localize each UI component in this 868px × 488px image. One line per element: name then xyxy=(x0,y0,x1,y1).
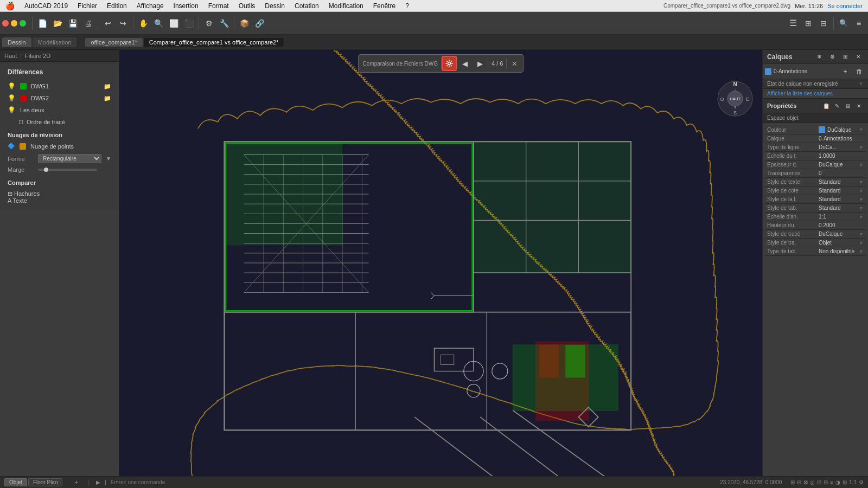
prop-expand-btn[interactable]: ⊞ xyxy=(843,101,853,111)
insert-block-btn[interactable]: 📦 xyxy=(237,16,251,30)
delete-layer-btn[interactable]: 🗑 xyxy=(853,65,866,78)
snap-icon[interactable]: ⊟ xyxy=(797,479,801,485)
dwg1-folder-icon[interactable]: 📁 xyxy=(104,83,111,90)
add-layer-btn[interactable]: + xyxy=(839,65,852,78)
dwg-compare-settings-btn[interactable] xyxy=(442,56,457,71)
menu-insertion[interactable]: Insertion xyxy=(169,1,203,11)
breadcrumb-haut[interactable]: Haut xyxy=(4,53,17,59)
pan-btn[interactable]: ✋ xyxy=(136,16,150,30)
menu-format[interactable]: Format xyxy=(204,1,233,11)
menu-fichier[interactable]: Fichier xyxy=(73,1,101,11)
properties-panel-btn[interactable]: ⊞ xyxy=(801,16,815,30)
bottom-tab-objet[interactable]: Objet xyxy=(4,478,27,486)
prop-dropdown-8[interactable]: ▼ xyxy=(859,197,864,202)
svg-text:S: S xyxy=(733,110,737,115)
file-tab-2[interactable]: Comparer_office_compare1 vs office_compa… xyxy=(144,38,284,47)
file-tab-1[interactable]: office_compare1* xyxy=(85,38,142,47)
prop-dropdown-9[interactable]: ▼ xyxy=(859,206,864,211)
dwg2-folder-icon[interactable]: 📁 xyxy=(104,95,111,102)
compare-hachures[interactable]: ⊞ Hachures xyxy=(8,190,111,197)
diff-dwg2[interactable]: 💡 DWG2 📁 xyxy=(8,94,111,102)
maximize-window-btn[interactable] xyxy=(20,20,26,27)
prop-dropdown-4[interactable]: ▼ xyxy=(859,162,864,168)
workspace-icon[interactable]: ⚙ xyxy=(859,479,864,485)
layers-freeze-btn[interactable]: ❄ xyxy=(814,52,825,62)
prop-edit-btn[interactable]: ✎ xyxy=(832,101,842,111)
ortho-icon[interactable]: ⊠ xyxy=(803,479,808,485)
object-snap-icon[interactable]: ⊡ xyxy=(817,479,821,485)
redo-btn[interactable]: ↪ xyxy=(116,16,130,30)
layer-state-dropdown[interactable]: ▼ xyxy=(858,81,864,87)
xref-btn[interactable]: 🔗 xyxy=(252,16,266,30)
layers-expand-btn[interactable]: ⊞ xyxy=(840,52,851,62)
show-layers-link[interactable]: Afficher la liste des calques xyxy=(763,89,868,99)
open-file-btn[interactable]: 📂 xyxy=(50,16,65,30)
layer-panel-btn[interactable]: ☰ xyxy=(786,16,800,30)
tool-palettes-btn[interactable]: ⊟ xyxy=(816,16,831,30)
menu-cotation[interactable]: Cotation xyxy=(290,1,323,11)
canvas-area[interactable]: Y × Comparaison de Fichiers DWG ◀ ▶ xyxy=(119,50,762,476)
diff-both[interactable]: 💡 Les deux xyxy=(8,106,111,114)
match-prop-btn[interactable]: 🔧 xyxy=(217,16,231,30)
panel-tab-modelisation[interactable]: Modélisation xyxy=(33,37,77,47)
svg-rect-27 xyxy=(226,143,342,246)
menu-modification[interactable]: Modification xyxy=(324,1,368,11)
zoom-extents-btn[interactable]: ⬜ xyxy=(167,16,181,30)
search-btn[interactable]: 🔍 xyxy=(837,16,851,30)
apple-menu[interactable]: 🍎 xyxy=(5,2,15,10)
prop-dropdown-7[interactable]: ▼ xyxy=(859,188,864,194)
menu-edition[interactable]: Edition xyxy=(103,1,131,11)
menu-affichage[interactable]: Affichage xyxy=(132,1,168,11)
properties-btn[interactable]: ⚙ xyxy=(202,16,216,30)
prop-dropdown-6[interactable]: ▼ xyxy=(859,179,864,185)
toolbar-sep-4 xyxy=(199,17,199,30)
menu-outils[interactable]: Outils xyxy=(234,1,260,11)
zoom-prev-btn[interactable]: ⬛ xyxy=(182,16,196,30)
marge-slider-thumb[interactable] xyxy=(44,168,48,172)
prop-dropdown-2[interactable]: ▼ xyxy=(859,145,864,150)
panel-tab-dessin[interactable]: Dessin xyxy=(2,37,31,47)
user-connect[interactable]: Se connecter xyxy=(827,3,863,9)
float-toolbar-close-btn[interactable]: ✕ xyxy=(507,56,522,71)
forme-select[interactable]: Rectangulaire xyxy=(38,154,101,163)
selection-icon[interactable]: ⊞ xyxy=(843,479,847,485)
undo-btn[interactable]: ↩ xyxy=(101,16,115,30)
diff-dwg1[interactable]: 💡 DWG1 📁 xyxy=(8,82,111,90)
grid-icon[interactable]: ⊞ xyxy=(790,479,795,485)
prop-dropdown-14[interactable]: ▼ xyxy=(859,249,864,254)
compare-next-btn[interactable]: ▶ xyxy=(473,56,488,71)
menu-help[interactable]: ? xyxy=(401,1,413,11)
new-file-btn[interactable]: 📄 xyxy=(35,16,49,30)
save-file-btn[interactable]: 💾 xyxy=(66,16,80,30)
dyn-icon[interactable]: ⊟ xyxy=(824,479,828,485)
breadcrumb-filaire[interactable]: Filaire 2D xyxy=(25,53,50,59)
prop-copy-btn[interactable]: 📋 xyxy=(821,101,831,111)
marge-slider-track[interactable] xyxy=(38,169,97,171)
prop-dropdown-13[interactable]: ▼ xyxy=(859,240,864,246)
menu-dessin[interactable]: Dessin xyxy=(260,1,289,11)
compare-prev-btn[interactable]: ◀ xyxy=(457,56,473,71)
prop-close-btn[interactable]: ✕ xyxy=(854,101,864,111)
diff-ordre[interactable]: ◻ Ordre de tracé xyxy=(18,118,111,125)
prop-dropdown-10[interactable]: ▼ xyxy=(859,214,864,220)
annotation-scale[interactable]: 1:1 xyxy=(849,479,857,485)
transparency-icon[interactable]: ◑ xyxy=(835,479,840,485)
prop-dropdown-12[interactable]: ▼ xyxy=(859,232,864,237)
menu-app[interactable]: AutoCAD 2019 xyxy=(20,1,72,11)
zoom-btn[interactable]: 🔍 xyxy=(151,16,165,30)
layers-close-btn[interactable]: ✕ xyxy=(853,52,864,62)
add-layout-btn[interactable]: + xyxy=(71,478,81,487)
lw-icon[interactable]: ≡ xyxy=(830,479,833,485)
settings-btn[interactable]: ≡ xyxy=(852,16,866,30)
close-window-btn[interactable] xyxy=(2,20,9,27)
compare-texte[interactable]: A Texte xyxy=(8,197,111,204)
polar-icon[interactable]: ◎ xyxy=(810,479,815,485)
revision-nuage[interactable]: 🔷 Nuage de points xyxy=(8,143,111,150)
prop-dropdown-0[interactable]: ▼ xyxy=(859,127,864,132)
menu-fenetre[interactable]: Fenêtre xyxy=(369,1,400,11)
layers-settings-btn[interactable]: ⚙ xyxy=(827,52,838,62)
minimize-window-btn[interactable] xyxy=(11,20,17,27)
command-input[interactable] xyxy=(111,479,716,485)
bottom-tab-floor-plan[interactable]: Floor Plan xyxy=(28,478,63,486)
plot-btn[interactable]: 🖨 xyxy=(81,16,95,30)
